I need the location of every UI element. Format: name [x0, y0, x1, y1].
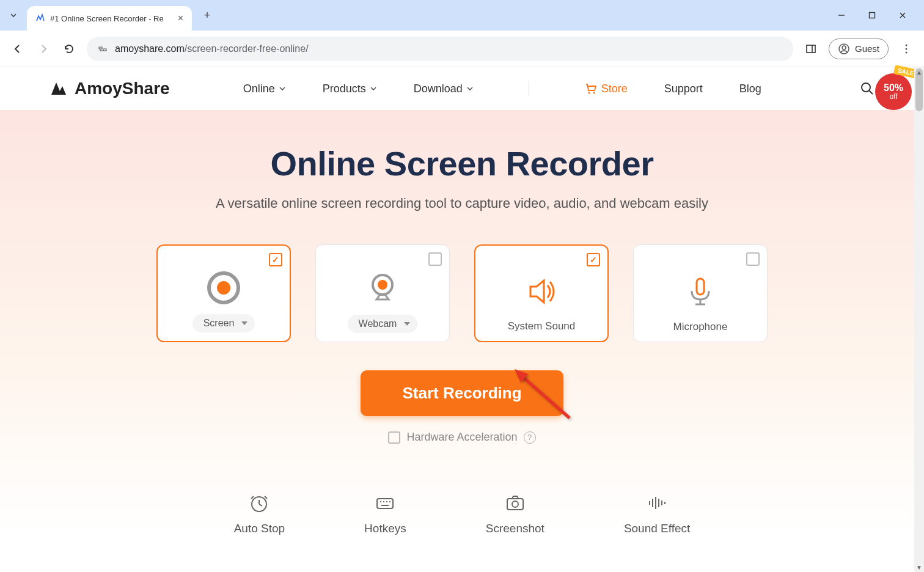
arrow-left-icon: [12, 43, 24, 55]
tab-search-button[interactable]: [5, 7, 22, 24]
side-panel-button[interactable]: [803, 41, 819, 57]
checkbox-screen[interactable]: [269, 253, 282, 266]
feature-hotkeys[interactable]: Hotkeys: [364, 493, 406, 535]
search-button[interactable]: [859, 81, 875, 97]
favicon-icon: [35, 13, 45, 23]
checkbox-hw-accel[interactable]: [388, 431, 400, 444]
svg-point-13: [588, 92, 590, 94]
svg-rect-33: [507, 499, 523, 510]
scrollbar-track[interactable]: [914, 67, 924, 572]
hardware-acceleration-toggle[interactable]: Hardware Acceleration ?: [0, 431, 924, 444]
svg-rect-21: [697, 279, 704, 295]
feature-screenshot[interactable]: Screenshot: [486, 493, 544, 535]
hw-accel-label: Hardware Acceleration: [406, 431, 517, 444]
guest-label: Guest: [855, 43, 879, 54]
checkbox-system-sound[interactable]: [587, 253, 600, 266]
svg-rect-2: [99, 47, 102, 49]
svg-point-10: [906, 44, 908, 46]
cart-icon: [584, 82, 598, 95]
svg-point-18: [217, 281, 230, 295]
svg-point-11: [906, 48, 908, 50]
speaker-icon: [522, 273, 560, 310]
webcam-icon: [364, 270, 402, 307]
checkbox-microphone[interactable]: [746, 252, 760, 266]
hero-section: Online Screen Recorder A versatile onlin…: [0, 110, 924, 535]
svg-rect-6: [807, 45, 815, 53]
svg-point-9: [842, 46, 846, 50]
svg-point-34: [512, 501, 518, 507]
option-microphone[interactable]: Microphone: [633, 244, 768, 342]
reload-icon: [63, 43, 75, 55]
help-icon[interactable]: ?: [524, 431, 536, 444]
svg-point-20: [378, 280, 387, 290]
scroll-up-button[interactable]: ▲: [914, 67, 924, 77]
profile-badge[interactable]: Guest: [829, 38, 889, 59]
option-screen[interactable]: Screen: [156, 244, 291, 342]
webcam-select[interactable]: Webcam: [348, 315, 418, 333]
kebab-icon: [901, 43, 912, 54]
camera-icon: [505, 493, 526, 513]
keyboard-icon: [375, 493, 395, 513]
svg-point-15: [862, 83, 870, 92]
minimize-button[interactable]: [832, 6, 851, 24]
maximize-button[interactable]: [863, 6, 881, 24]
nav-support[interactable]: Support: [664, 82, 703, 95]
browser-tab[interactable]: #1 Online Screen Recorder - Re ×: [27, 6, 192, 31]
feature-sound-effect[interactable]: Sound Effect: [624, 493, 690, 535]
close-icon: [898, 11, 907, 20]
forward-button[interactable]: [35, 41, 51, 57]
panel-icon: [805, 43, 817, 55]
new-tab-button[interactable]: +: [198, 6, 216, 24]
reload-button[interactable]: [61, 41, 77, 57]
features-row: Auto Stop Hotkeys Screenshot Sound Effec…: [0, 493, 924, 535]
chevron-down-icon: [279, 85, 286, 92]
chevron-down-icon: [370, 85, 377, 92]
svg-line-16: [869, 90, 873, 94]
chevron-down-icon: [9, 11, 18, 20]
svg-point-14: [593, 92, 595, 94]
brand-logo[interactable]: AmoyShare: [49, 79, 170, 98]
brand-icon: [49, 79, 68, 98]
window-controls: [832, 6, 919, 24]
nav-download[interactable]: Download: [414, 82, 474, 95]
sale-circle: 50% off: [875, 73, 912, 110]
close-icon[interactable]: ×: [178, 13, 183, 24]
nav-separator: [529, 81, 529, 96]
scroll-down-button[interactable]: ▼: [914, 562, 924, 572]
browser-toolbar: amoyshare.com/screen-recorder-free-onlin…: [0, 31, 924, 67]
option-system-sound[interactable]: System Sound: [474, 244, 609, 342]
url-text: amoyshare.com/screen-recorder-free-onlin…: [115, 43, 309, 54]
recording-options: Screen Webcam System Sound: [0, 244, 924, 342]
browser-tab-bar: #1 Online Screen Recorder - Re × +: [0, 0, 924, 31]
system-sound-label: System Sound: [508, 320, 576, 332]
person-icon: [838, 43, 850, 55]
nav-store[interactable]: Store: [584, 82, 628, 95]
tab-title: #1 Online Screen Recorder - Re: [50, 14, 173, 23]
close-window-button[interactable]: [893, 6, 912, 24]
address-bar[interactable]: amoyshare.com/screen-recorder-free-onlin…: [87, 37, 793, 61]
checkbox-webcam[interactable]: [428, 252, 442, 266]
page-content: AmoyShare Online Products Download Store…: [0, 67, 924, 535]
back-button[interactable]: [10, 41, 26, 57]
option-webcam[interactable]: Webcam: [315, 244, 450, 342]
soundwave-icon: [647, 493, 667, 513]
screen-select[interactable]: Screen: [193, 314, 255, 332]
maximize-icon: [868, 12, 876, 19]
nav-online[interactable]: Online: [243, 82, 286, 95]
page-title: Online Screen Recorder: [0, 144, 924, 183]
sale-badge[interactable]: SALE 50% off: [875, 68, 917, 110]
svg-rect-1: [870, 13, 875, 18]
svg-line-26: [259, 504, 262, 506]
arrow-right-icon: [37, 43, 50, 55]
nav-blog[interactable]: Blog: [739, 82, 761, 95]
page-subtitle: A versatile online screen recording tool…: [0, 196, 924, 211]
start-recording-button[interactable]: Start Recording: [361, 370, 563, 416]
feature-auto-stop[interactable]: Auto Stop: [234, 493, 285, 535]
svg-rect-27: [377, 499, 393, 508]
main-nav: Online Products Download Store Support B…: [243, 81, 761, 96]
microphone-label: Microphone: [673, 321, 728, 333]
menu-button[interactable]: [898, 41, 914, 57]
site-info-icon[interactable]: [97, 43, 109, 55]
clock-icon: [249, 493, 270, 513]
nav-products[interactable]: Products: [323, 82, 377, 95]
